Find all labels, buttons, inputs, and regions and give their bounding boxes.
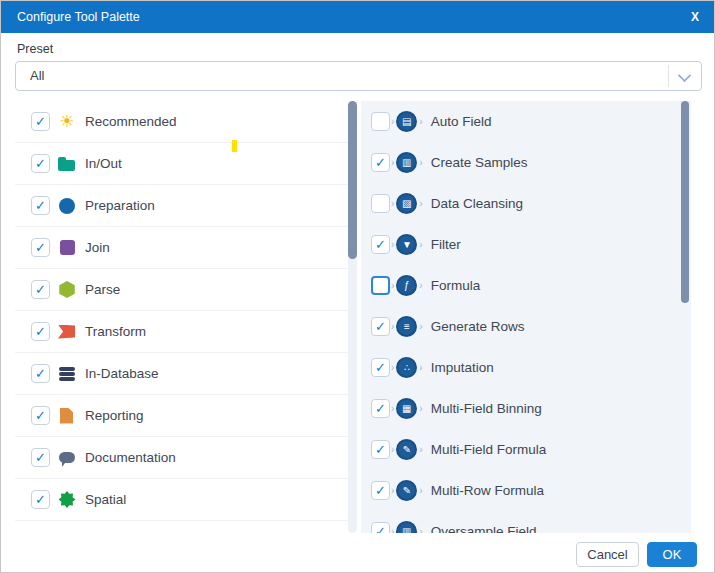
checkbox[interactable]: ✓ bbox=[371, 399, 390, 418]
tool-row: ›▤›Auto Field bbox=[361, 101, 691, 142]
tool-label: Create Samples bbox=[431, 155, 528, 170]
checkbox[interactable]: ✓ bbox=[371, 317, 390, 336]
anchor-right-icon: › bbox=[419, 199, 422, 209]
checkbox[interactable]: ✓ bbox=[31, 533, 50, 534]
anchor-right-icon: › bbox=[419, 363, 422, 373]
anchor-right-icon: › bbox=[419, 445, 422, 455]
chevron-down-icon bbox=[678, 69, 691, 82]
category-row: ✓☀Recommended bbox=[15, 101, 348, 143]
dropdown-divider bbox=[668, 65, 669, 87]
category-row: ✓Preparation bbox=[15, 185, 348, 227]
cancel-button[interactable]: Cancel bbox=[576, 542, 639, 567]
checkbox[interactable]: ✓ bbox=[371, 153, 390, 172]
create-samples-icon: ▥ bbox=[396, 152, 417, 173]
partial-tool-icon bbox=[57, 532, 77, 533]
flag-icon bbox=[57, 322, 77, 342]
tool-row: ✓›▦›Multi-Field Binning bbox=[361, 388, 691, 429]
multi-field-formula-icon: ✎ bbox=[396, 439, 417, 460]
tool-row: ✓›▥›Oversample Field bbox=[361, 511, 691, 533]
close-icon[interactable]: X bbox=[687, 1, 703, 33]
data-cleansing-icon: ▨ bbox=[396, 193, 417, 214]
anchor-right-icon: › bbox=[419, 486, 422, 496]
tool-list-panel: ›▤›Auto Field✓›▥›Create Samples›▨›Data C… bbox=[361, 101, 691, 533]
checkbox[interactable] bbox=[371, 276, 390, 295]
anchor-left-icon: › bbox=[391, 158, 394, 168]
tool-scrollbar-thumb[interactable] bbox=[681, 101, 689, 303]
tool-label: Data Cleansing bbox=[431, 196, 523, 211]
database-icon bbox=[57, 364, 77, 384]
checkbox[interactable] bbox=[371, 194, 390, 213]
checkbox[interactable]: ✓ bbox=[31, 196, 50, 215]
checkbox[interactable]: ✓ bbox=[31, 238, 50, 257]
anchor-right-icon: › bbox=[419, 240, 422, 250]
category-label: Join bbox=[85, 240, 110, 255]
checkbox[interactable]: ✓ bbox=[371, 440, 390, 459]
category-label: Spatial bbox=[85, 492, 126, 507]
category-row: ✓In/Out bbox=[15, 143, 348, 185]
tool-row: ›ƒ›Formula bbox=[361, 265, 691, 306]
configure-tool-palette-dialog: Configure Tool Palette X Preset All ✓☀Re… bbox=[0, 0, 715, 573]
generate-rows-icon: ≡ bbox=[396, 316, 417, 337]
category-label: Reporting bbox=[85, 408, 144, 423]
tool-label: Multi-Field Formula bbox=[431, 442, 547, 457]
tool-row: ›▨›Data Cleansing bbox=[361, 183, 691, 224]
anchor-right-icon: › bbox=[419, 281, 422, 291]
highlight-marker bbox=[232, 140, 237, 152]
tool-row: ✓›✎›Multi-Row Formula bbox=[361, 470, 691, 511]
checkbox[interactable]: ✓ bbox=[371, 235, 390, 254]
category-row: ✓Reporting bbox=[15, 395, 348, 437]
ok-button[interactable]: OK bbox=[647, 542, 697, 567]
category-row: ✓In-Database bbox=[15, 353, 348, 395]
anchor-left-icon: › bbox=[391, 240, 394, 250]
checkbox[interactable]: ✓ bbox=[31, 448, 50, 467]
category-list-scrollbar bbox=[348, 101, 357, 533]
preset-selected-value: All bbox=[30, 62, 44, 90]
anchor-left-icon: › bbox=[391, 404, 394, 414]
anchor-right-icon: › bbox=[419, 322, 422, 332]
checkbox[interactable]: ✓ bbox=[31, 322, 50, 341]
category-label: Preparation bbox=[85, 198, 155, 213]
category-row: ✓Documentation bbox=[15, 437, 348, 479]
checkbox[interactable]: ✓ bbox=[31, 490, 50, 509]
circle-icon bbox=[57, 196, 77, 216]
anchor-left-icon: › bbox=[391, 486, 394, 496]
tool-label: Generate Rows bbox=[431, 319, 525, 334]
multi-field-binning-icon: ▦ bbox=[396, 398, 417, 419]
tool-label: Filter bbox=[431, 237, 461, 252]
checkbox[interactable]: ✓ bbox=[31, 406, 50, 425]
anchor-left-icon: › bbox=[391, 199, 394, 209]
formula-icon: ƒ bbox=[396, 275, 417, 296]
speech-bubble-icon bbox=[57, 448, 77, 468]
checkbox[interactable]: ✓ bbox=[31, 280, 50, 299]
checkbox[interactable]: ✓ bbox=[371, 481, 390, 500]
tool-row: ✓›✎›Multi-Field Formula bbox=[361, 429, 691, 470]
checkbox[interactable] bbox=[371, 112, 390, 131]
checkbox[interactable]: ✓ bbox=[31, 364, 50, 383]
tool-label: Multi-Row Formula bbox=[431, 483, 544, 498]
category-row: ✓Parse bbox=[15, 269, 348, 311]
tool-label: Auto Field bbox=[431, 114, 492, 129]
tool-label: Imputation bbox=[431, 360, 494, 375]
checkbox[interactable]: ✓ bbox=[31, 112, 50, 131]
category-list: ✓☀Recommended✓In/Out✓Preparation✓Join✓Pa… bbox=[15, 101, 348, 533]
anchor-left-icon: › bbox=[391, 281, 394, 291]
preset-label: Preset bbox=[17, 42, 53, 56]
anchor-left-icon: › bbox=[391, 527, 394, 534]
anchor-right-icon: › bbox=[419, 158, 422, 168]
anchor-left-icon: › bbox=[391, 117, 394, 127]
tool-label: Oversample Field bbox=[431, 524, 537, 533]
anchor-right-icon: › bbox=[419, 527, 422, 534]
preset-dropdown[interactable]: All bbox=[15, 61, 702, 91]
checkbox[interactable]: ✓ bbox=[31, 154, 50, 173]
category-label: Recommended bbox=[85, 114, 177, 129]
tool-row: ✓›▼›Filter bbox=[361, 224, 691, 265]
anchor-right-icon: › bbox=[419, 404, 422, 414]
folder-icon bbox=[57, 154, 77, 174]
multi-row-formula-icon: ✎ bbox=[396, 480, 417, 501]
checkbox[interactable]: ✓ bbox=[371, 358, 390, 377]
category-label: Transform bbox=[85, 324, 146, 339]
checkbox[interactable]: ✓ bbox=[371, 522, 390, 533]
category-scrollbar-thumb[interactable] bbox=[348, 101, 357, 259]
anchor-left-icon: › bbox=[391, 363, 394, 373]
auto-field-icon: ▤ bbox=[396, 111, 417, 132]
